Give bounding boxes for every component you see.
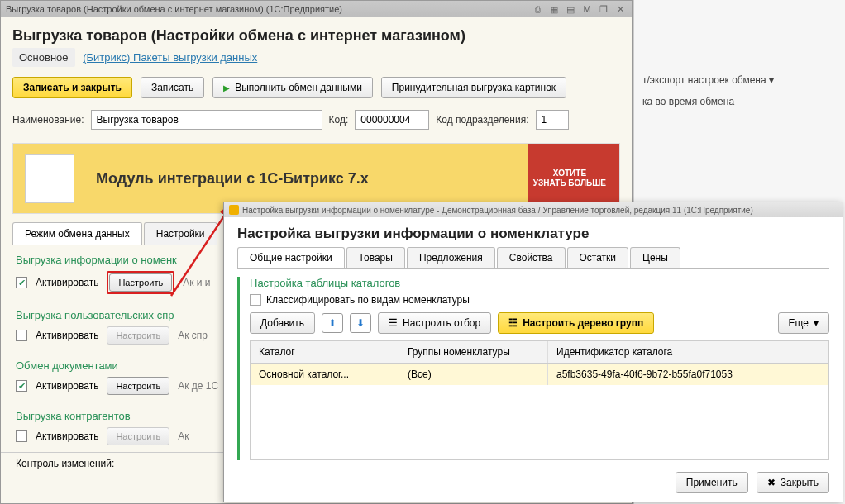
tab-exchange-mode[interactable]: Режим обмена данных — [12, 222, 142, 245]
dept-label: Код подразделения: — [436, 114, 528, 126]
apply-button[interactable]: Применить — [676, 472, 748, 493]
tab-general[interactable]: Общие настройки — [237, 247, 345, 268]
code-label: Код: — [329, 114, 349, 126]
filter-icon: ☰ — [389, 317, 398, 329]
catalog-table-title: Настройка таблицы каталогов — [250, 277, 829, 289]
activate-checkbox-1[interactable]: ✔ — [16, 277, 27, 288]
more-button[interactable]: Еще ▾ — [778, 312, 829, 334]
activate-checkbox-3[interactable]: ✔ — [16, 380, 27, 392]
dept-input[interactable] — [536, 110, 569, 130]
save-button[interactable]: Записать — [141, 77, 204, 98]
config-dialog: Настройка выгрузки информации о номенкла… — [223, 202, 843, 502]
configure-button-3[interactable]: Настроить — [107, 377, 169, 395]
force-upload-button[interactable]: Принудительная выгрузка картинок — [381, 77, 566, 98]
change-control-label: Контроль изменений: — [16, 458, 114, 469]
tree-button[interactable]: ☷ Настроить дерево групп — [498, 312, 654, 334]
configure-button-2[interactable]: Настроить — [107, 326, 169, 345]
tab-offers[interactable]: Предложения — [407, 247, 495, 268]
calendar-icon[interactable]: ▦ — [547, 2, 561, 16]
close-button[interactable]: ✖ Закрыть — [757, 472, 829, 493]
m-icon[interactable]: M — [580, 2, 594, 16]
side-item-2: ка во время обмена — [642, 96, 837, 107]
restore-icon[interactable]: ❐ — [597, 2, 610, 16]
filter-button[interactable]: ☰ Настроить отбор — [378, 312, 491, 334]
tab-settings[interactable]: Настройки — [144, 222, 217, 245]
subnav-link[interactable]: (Битрикс) Пакеты выгрузки данных — [83, 51, 257, 64]
tab-products[interactable]: Товары — [346, 247, 405, 268]
dialog-title: Настройка выгрузки информации о номенкла… — [224, 217, 843, 247]
subnav-primary[interactable]: Основное — [12, 48, 75, 67]
app-icon — [229, 205, 239, 215]
play-icon: ▶ — [223, 83, 230, 93]
catalog-grid: Каталог Группы номенклатуры Идентификато… — [250, 340, 829, 460]
add-button[interactable]: Добавить — [250, 312, 315, 334]
classify-checkbox[interactable] — [250, 294, 261, 306]
move-up-icon[interactable]: ⬆ — [322, 313, 343, 333]
close-icon[interactable]: ✕ — [613, 2, 627, 16]
tab-properties[interactable]: Свойства — [497, 247, 566, 268]
chevron-down-icon: ▾ — [769, 74, 774, 86]
tree-icon: ☷ — [508, 317, 518, 329]
activate-checkbox-4[interactable] — [16, 430, 27, 442]
code-input[interactable] — [355, 110, 429, 130]
banner-box-image — [25, 154, 74, 203]
activate-checkbox-2[interactable] — [16, 330, 27, 341]
calc-icon[interactable]: ▤ — [564, 2, 577, 16]
window-title: Выгрузка товаров (Настройки обмена с инт… — [6, 4, 342, 14]
side-item-1[interactable]: т/экспорт настроек обмена ▾ — [642, 74, 837, 86]
dialog-titlebar: Настройка выгрузки информации о номенкла… — [224, 202, 843, 217]
close-icon: ✖ — [767, 477, 776, 488]
print-icon[interactable]: ⎙ — [531, 2, 544, 16]
configure-button-1[interactable]: Настроить — [109, 273, 172, 292]
tab-prices[interactable]: Цены — [630, 247, 680, 268]
run-exchange-button[interactable]: ▶Выполнить обмен данными — [212, 77, 373, 98]
col-catalog[interactable]: Каталог — [251, 341, 399, 363]
name-input[interactable] — [91, 110, 322, 130]
move-down-icon[interactable]: ⬇ — [350, 313, 371, 333]
save-close-button[interactable]: Записать и закрыть — [12, 77, 132, 98]
tab-stock[interactable]: Остатки — [567, 247, 629, 268]
page-title: Выгрузка товаров (Настройки обмена с инт… — [1, 17, 632, 51]
configure-button-4[interactable]: Настроить — [107, 427, 169, 445]
col-groups[interactable]: Группы номенклатуры — [399, 341, 548, 363]
name-label: Наименование: — [12, 114, 84, 126]
table-row[interactable]: Основной каталог... (Все) a5fb3635-49fa-… — [251, 364, 828, 385]
titlebar: Выгрузка товаров (Настройки обмена с инт… — [1, 1, 632, 17]
col-id[interactable]: Идентификатор каталога — [548, 341, 828, 363]
